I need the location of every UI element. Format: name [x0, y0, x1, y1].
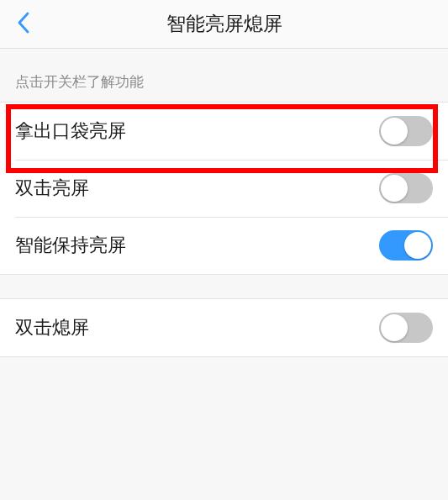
chevron-left-icon [17, 12, 29, 37]
setting-label: 双击亮屏 [15, 176, 89, 201]
toggle-knob [381, 118, 408, 145]
setting-double-tap-sleep[interactable]: 双击熄屏 [0, 299, 448, 356]
toggle-knob [381, 175, 408, 202]
toggle-double-tap-wake[interactable] [379, 173, 433, 203]
section-hint: 点击开关栏了解功能 [0, 49, 448, 102]
setting-pocket-wake[interactable]: 拿出口袋亮屏 [0, 103, 448, 160]
page-title: 智能亮屏熄屏 [0, 11, 448, 37]
toggle-knob [381, 314, 408, 341]
setting-label: 双击熄屏 [15, 315, 89, 340]
toggle-pocket-wake[interactable] [379, 116, 433, 146]
back-button[interactable] [10, 12, 35, 37]
spacer [0, 275, 448, 298]
toggle-smart-keep-screen[interactable] [379, 230, 433, 261]
setting-label: 智能保持亮屏 [15, 233, 126, 258]
toggle-knob [404, 232, 431, 259]
setting-label: 拿出口袋亮屏 [15, 118, 126, 144]
header: 智能亮屏熄屏 [0, 0, 448, 49]
setting-smart-keep-screen[interactable]: 智能保持亮屏 [0, 217, 448, 274]
setting-double-tap-wake[interactable]: 双击亮屏 [0, 160, 448, 217]
settings-group-1: 拿出口袋亮屏 双击亮屏 智能保持亮屏 [0, 102, 448, 275]
settings-group-2: 双击熄屏 [0, 298, 448, 357]
toggle-double-tap-sleep[interactable] [379, 313, 433, 343]
